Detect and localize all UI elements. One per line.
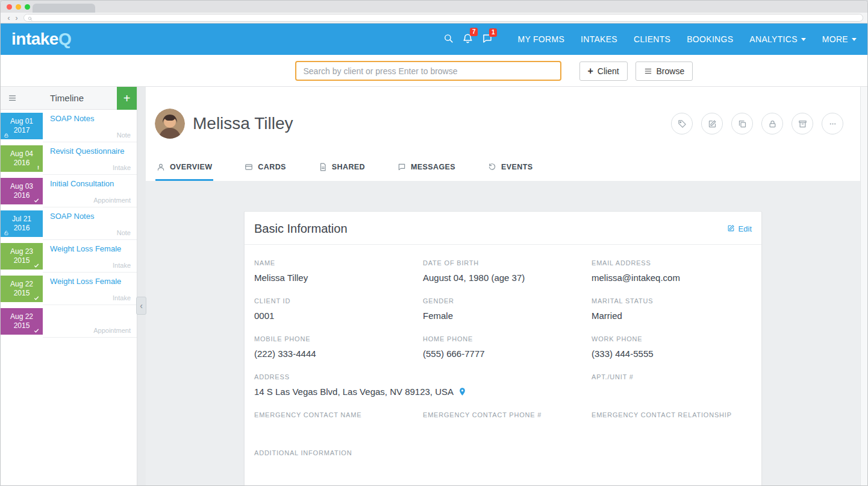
nav-intakes[interactable]: INTAKES [581, 34, 617, 44]
lock-icon [768, 119, 777, 128]
minimize-window-button[interactable] [16, 4, 21, 10]
tab-shared[interactable]: SHARED [317, 158, 366, 181]
back-icon[interactable]: ‹ [5, 14, 13, 22]
nav-clients[interactable]: CLIENTS [634, 34, 670, 44]
client-name: Melissa Tilley [193, 114, 293, 133]
sidebar-gutter: ‹ [137, 87, 146, 485]
map-pin-icon[interactable] [458, 387, 467, 396]
field-value: 0001 [254, 309, 414, 322]
archive-button[interactable] [792, 113, 813, 134]
client-panel: Melissa Tilley OVERVIEWCARDSSHAREDMESSAG… [146, 87, 860, 485]
browse-label: Browse [657, 66, 685, 76]
field-gender: GENDERFemale [423, 297, 583, 322]
tab-cards[interactable]: CARDS [243, 158, 287, 181]
field-name: NAMEMelissa Tilley [254, 259, 414, 284]
tab-overview[interactable]: OVERVIEW [155, 158, 213, 181]
timeline-item[interactable]: Aug 032016Initial ConsultationAppointmen… [1, 175, 137, 207]
field-date-of-birth: DATE OF BIRTHAugust 04, 1980 (age 37) [423, 259, 583, 284]
window-controls [7, 4, 30, 10]
check-icon [34, 295, 39, 301]
field-value: (555) 666-7777 [423, 347, 583, 360]
logo-q: Q [58, 30, 71, 48]
list-icon[interactable] [8, 93, 17, 103]
copy-button[interactable] [731, 113, 753, 134]
nav-label: CLIENTS [634, 34, 670, 44]
timeline-item[interactable]: Aug 222015Appointment [1, 305, 137, 338]
archive-icon [798, 119, 807, 128]
field-label: DATE OF BIRTH [423, 259, 583, 267]
app-header: intakeQ 7 1 MY FORMSINTAKESCLIENTSBOOKIN… [1, 24, 867, 55]
timeline-date: Aug 032016 [1, 178, 43, 204]
add-client-button[interactable]: + Client [579, 62, 628, 81]
field-value: melissa@intakeq.com [592, 271, 752, 284]
add-timeline-item-button[interactable]: + [117, 87, 137, 110]
tab-events[interactable]: EVENTS [487, 158, 534, 181]
tag-button[interactable] [671, 113, 693, 134]
global-search-button[interactable] [443, 33, 454, 45]
field-value: (333) 444-5555 [592, 347, 752, 360]
field-emergency-contact-relationship: EMERGENCY CONTACT RELATIONSHIP [592, 411, 752, 436]
field-label: HOME PHONE [423, 335, 583, 342]
list-icon [644, 67, 652, 75]
field-value: (222) 333-4444 [254, 347, 414, 360]
nav-my-forms[interactable]: MY FORMS [517, 34, 564, 44]
timeline-item[interactable]: Aug 232015Weight Loss FemaleIntake [1, 240, 137, 273]
field-label: EMAIL ADDRESS [592, 259, 752, 267]
field-label: EMERGENCY CONTACT RELATIONSHIP [592, 411, 752, 418]
tab-messages[interactable]: MESSAGES [396, 158, 457, 181]
timeline-date: Aug 042016! [1, 145, 43, 172]
nav-analytics[interactable]: ANALYTICS [749, 34, 805, 44]
url-bar[interactable] [23, 14, 863, 22]
messages-button[interactable]: 1 [482, 33, 493, 46]
nav-more[interactable]: MORE [822, 34, 857, 44]
timeline-item[interactable]: Aug 042016!Revisit QuestionnaireIntake [1, 142, 137, 175]
card-icon [245, 163, 253, 171]
timeline-item-type: Note [117, 131, 131, 139]
document-icon [319, 163, 327, 171]
client-search-input[interactable] [295, 61, 561, 81]
copy-icon [738, 119, 747, 128]
timeline-item[interactable]: Aug 222015Weight Loss FemaleIntake [1, 273, 137, 305]
field-value [592, 423, 752, 436]
notifications-button[interactable]: 7 [462, 33, 473, 46]
scrollbar-track[interactable] [860, 87, 867, 485]
browse-button[interactable]: Browse [635, 62, 693, 81]
edit-button[interactable] [701, 113, 723, 134]
timeline-list: Aug 012017SOAP NotesNoteAug 042016!Revis… [1, 110, 137, 338]
basic-info-card: Basic Information Edit NAMEMelissa Tille… [244, 211, 762, 485]
tab-label: SHARED [332, 163, 365, 171]
history-icon [488, 163, 496, 171]
check-icon [34, 263, 39, 268]
timeline-item[interactable]: Jul 212016SOAP NotesNote [1, 207, 137, 240]
edit-label: Edit [738, 224, 752, 233]
edit-basic-info-link[interactable]: Edit [727, 224, 752, 234]
person-icon [157, 163, 165, 171]
nav-label: ANALYTICS [749, 34, 797, 44]
field-apt-unit: APT./UNIT # [592, 373, 752, 398]
more-button[interactable] [822, 113, 843, 134]
field-emergency-contact-name: EMERGENCY CONTACT NAME [254, 411, 414, 436]
close-window-button[interactable] [7, 4, 12, 10]
lock-button[interactable] [761, 113, 783, 134]
tab-label: EVENTS [501, 163, 532, 171]
app-logo[interactable]: intakeQ [11, 30, 71, 49]
timeline-item[interactable]: Aug 012017SOAP NotesNote [1, 110, 137, 142]
browser-chrome: ‹ › [1, 1, 867, 24]
check-icon [34, 198, 39, 203]
field-address: ADDRESS14 S Las Vegas Blvd, Las Vegas, N… [254, 373, 583, 398]
nav-bookings[interactable]: BOOKINGS [687, 34, 733, 44]
search-icon [28, 13, 33, 24]
timeline-item-title: Revisit Questionnaire [50, 147, 131, 156]
browser-tab[interactable] [33, 4, 95, 13]
header-right: 7 1 MY FORMSINTAKESCLIENTSBOOKINGSANALYT… [435, 33, 857, 46]
notification-badge: 7 [470, 28, 478, 36]
zoom-window-button[interactable] [25, 4, 30, 10]
forward-icon[interactable]: › [13, 14, 20, 22]
timeline-sidebar: Timeline + Aug 012017SOAP NotesNoteAug 0… [1, 87, 137, 485]
field-label: ADDRESS [254, 373, 583, 380]
timeline-item-type: Intake [113, 164, 131, 171]
tab-label: MESSAGES [411, 163, 455, 171]
collapse-sidebar-button[interactable]: ‹ [136, 297, 146, 315]
client-avatar [155, 109, 185, 139]
content-area: Timeline + Aug 012017SOAP NotesNoteAug 0… [1, 87, 867, 485]
